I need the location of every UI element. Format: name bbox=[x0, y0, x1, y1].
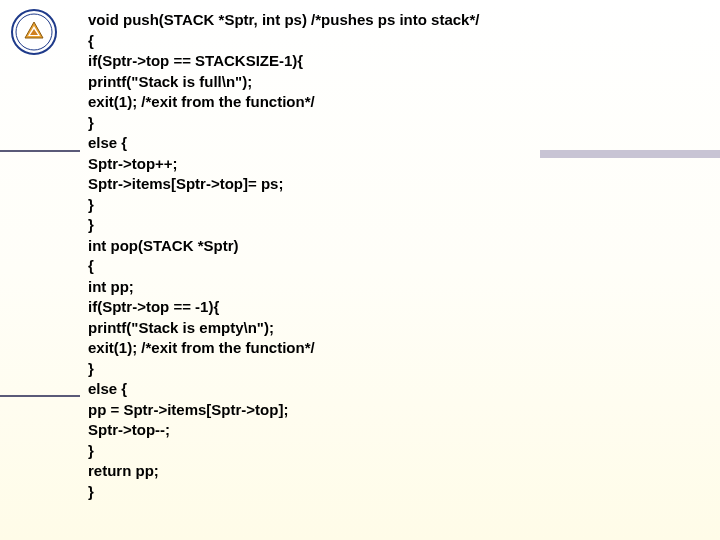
university-logo bbox=[10, 8, 58, 56]
decoration-line-left-top bbox=[0, 150, 80, 152]
decoration-line-right bbox=[540, 150, 720, 158]
code-block: void push(STACK *Sptr, int ps) /*pushes … bbox=[88, 10, 479, 502]
decoration-line-left-bottom bbox=[0, 395, 80, 397]
